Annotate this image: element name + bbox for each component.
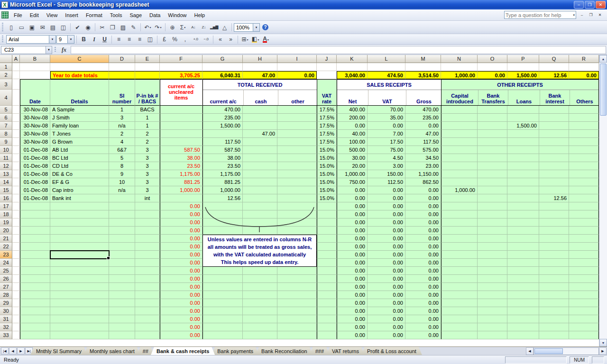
cell-J16[interactable]: 15.0%: [317, 194, 337, 202]
chevron-down-icon[interactable]: ▾: [253, 24, 259, 31]
cell-M8[interactable]: 47.00: [405, 130, 441, 138]
cell-L5[interactable]: 70.00: [368, 106, 405, 114]
cell-I14[interactable]: [277, 178, 317, 186]
cell-B12[interactable]: 01-Dec-08: [20, 162, 50, 170]
cell-N13[interactable]: [441, 170, 478, 178]
cell-N23[interactable]: [441, 251, 478, 259]
cell-B16[interactable]: 01-Dec-08: [20, 194, 50, 202]
cell-P5[interactable]: [507, 106, 539, 114]
cell-F31[interactable]: 0.00: [160, 315, 202, 323]
cell-O2[interactable]: 0.00: [478, 71, 507, 79]
cell-P22[interactable]: [507, 243, 539, 251]
menu-data[interactable]: Data: [146, 10, 164, 20]
drawing-button[interactable]: △: [220, 23, 230, 32]
column-header-R[interactable]: R: [569, 55, 599, 63]
save-button[interactable]: ▣: [27, 23, 37, 32]
cell-M25[interactable]: 0.00: [405, 267, 441, 275]
header-G[interactable]: current a/c: [203, 90, 243, 105]
cell-N29[interactable]: [441, 299, 478, 307]
header-D[interactable]: SI number: [109, 79, 135, 106]
row-header-27[interactable]: 27: [0, 283, 12, 291]
menu-tools[interactable]: Tools: [106, 10, 126, 20]
cell-Q12[interactable]: [539, 162, 569, 170]
cell-E16[interactable]: int: [135, 194, 160, 202]
cell-L25[interactable]: 0.00: [368, 267, 405, 275]
close-button[interactable]: ✕: [596, 1, 606, 9]
cell-M32[interactable]: 0.00: [405, 323, 441, 331]
cell-R13[interactable]: [569, 170, 599, 178]
cell-P29[interactable]: [507, 299, 539, 307]
cell-J14[interactable]: 15.0%: [317, 178, 337, 186]
fill-color-button[interactable]: ◧▾: [250, 35, 260, 44]
cell-P1[interactable]: [507, 63, 539, 71]
cell-K20[interactable]: 0.00: [337, 227, 368, 235]
sheet-tab--[interactable]: ###: [310, 347, 330, 355]
column-header-G[interactable]: G: [202, 55, 243, 63]
chart-wizard-button[interactable]: ▂▅▇: [209, 23, 219, 32]
cell-M22[interactable]: 0.00: [405, 243, 441, 251]
cell-K24[interactable]: 0.00: [337, 259, 368, 267]
sort-descending-button[interactable]: Z↓: [199, 23, 209, 32]
cell-C7[interactable]: Family loan: [50, 122, 109, 130]
cell-O18[interactable]: [478, 210, 507, 218]
cell-G28[interactable]: [202, 291, 243, 299]
new-button[interactable]: ▯: [6, 23, 16, 32]
cell-K28[interactable]: 0.00: [337, 291, 368, 299]
header-L[interactable]: VAT: [368, 90, 406, 105]
cell-R32[interactable]: [569, 323, 599, 331]
help-button[interactable]: ?: [260, 23, 270, 32]
row-header-17[interactable]: 17: [0, 202, 12, 210]
cell-Q18[interactable]: [539, 210, 569, 218]
cell-M17[interactable]: 0.00: [405, 202, 441, 210]
cell-A14[interactable]: [12, 178, 20, 186]
cell-P15[interactable]: [507, 186, 539, 194]
tab-scroll-next-button[interactable]: ▶: [17, 347, 25, 355]
cell-D28[interactable]: [109, 291, 135, 299]
cell-G32[interactable]: [202, 323, 243, 331]
cell-R23[interactable]: [569, 251, 599, 259]
cell-E7[interactable]: 1: [135, 122, 160, 130]
cell-R21[interactable]: [569, 235, 599, 243]
cell-P14[interactable]: [507, 178, 539, 186]
cell-J21[interactable]: [317, 235, 337, 243]
cell-G8[interactable]: [202, 130, 243, 138]
cell-J12[interactable]: 15.0%: [317, 162, 337, 170]
cell-M13[interactable]: 1,150.00: [405, 170, 441, 178]
cell-N31[interactable]: [441, 315, 478, 323]
column-header-I[interactable]: I: [277, 55, 317, 63]
cell-K11[interactable]: 30.00: [337, 154, 368, 162]
cell-J23[interactable]: [317, 251, 337, 259]
cell-E17[interactable]: [135, 202, 160, 210]
cell-K21[interactable]: 0.00: [337, 235, 368, 243]
cell-L26[interactable]: 0.00: [368, 275, 405, 283]
cell-J17[interactable]: [317, 202, 337, 210]
cell-H5[interactable]: [243, 106, 277, 114]
cell-F27[interactable]: 0.00: [160, 283, 202, 291]
cell-P20[interactable]: [507, 227, 539, 235]
cell-N27[interactable]: [441, 283, 478, 291]
cell-L32[interactable]: 0.00: [368, 323, 405, 331]
cell-L2[interactable]: 474.50: [368, 71, 405, 79]
row-header-29[interactable]: 29: [0, 299, 12, 307]
cell-N16[interactable]: [441, 194, 478, 202]
cell-R11[interactable]: [569, 154, 599, 162]
cell-H7[interactable]: [243, 122, 277, 130]
cell-B19[interactable]: [20, 218, 50, 227]
cell-Q28[interactable]: [539, 291, 569, 299]
cell-H16[interactable]: [243, 194, 277, 202]
cell-K33[interactable]: 0.00: [337, 331, 368, 339]
cell-A11[interactable]: [12, 154, 20, 162]
cell-D22[interactable]: [109, 243, 135, 251]
cell-H30[interactable]: [243, 307, 277, 315]
header-Q[interactable]: Bank interest: [540, 90, 570, 105]
cell-C24[interactable]: [50, 259, 109, 267]
cell-I8[interactable]: [277, 130, 317, 138]
cell-N19[interactable]: [441, 218, 478, 227]
cell-A30[interactable]: [12, 307, 20, 315]
cell-F19[interactable]: 0.00: [160, 218, 202, 227]
open-button[interactable]: ▭: [17, 23, 27, 32]
row-header-6[interactable]: 6: [0, 114, 12, 122]
cell-Q20[interactable]: [539, 227, 569, 235]
row-header-32[interactable]: 32: [0, 323, 12, 331]
cell-O22[interactable]: [478, 243, 507, 251]
